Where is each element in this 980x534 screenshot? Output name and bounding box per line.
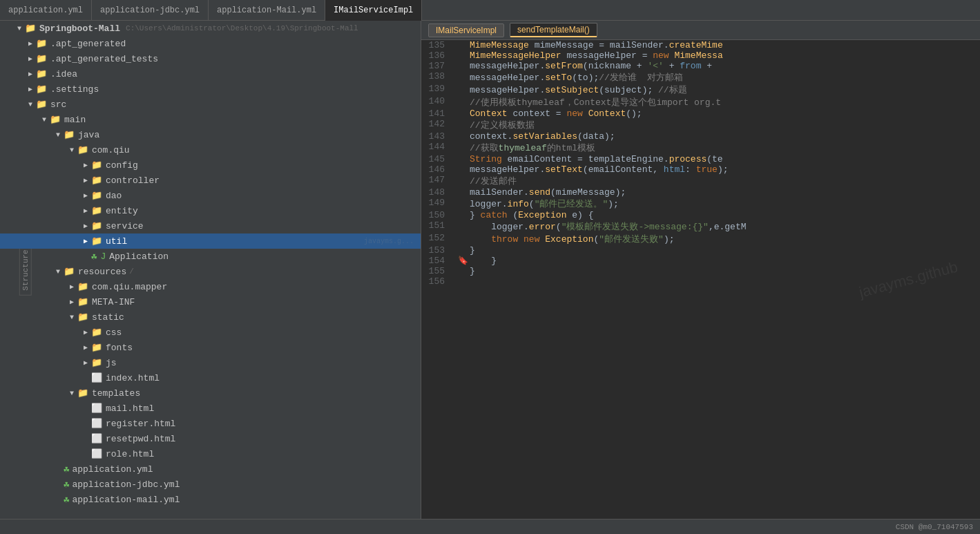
tree-item-templates[interactable]: ▼ 📁 templates [0, 385, 421, 401]
chevron-down-icon: ▼ [52, 268, 64, 276]
tree-item-js[interactable]: ▶ 📁 js [0, 355, 421, 370]
line-number: 152 [421, 233, 456, 245]
line-marker [456, 266, 470, 276]
tree-item-label: dao [106, 191, 122, 201]
line-number: 146 [421, 164, 456, 175]
tree-item-application-yml[interactable]: ☘ application.yml [0, 461, 421, 477]
line-number: 139 [421, 84, 456, 96]
folder-icon: 📁 [36, 84, 47, 95]
tree-item-apt-generated-tests[interactable]: ▶ 📁 .apt_generated_tests [0, 51, 421, 66]
line-marker [456, 50, 470, 61]
tree-item-role-html[interactable]: ⬜ role.html [0, 446, 421, 461]
tree-item-application-jdbc-yml[interactable]: ☘ application-jdbc.yml [0, 477, 421, 492]
tree-item-src[interactable]: ▼ 📁 src [0, 97, 421, 112]
code-line-145: 145 String emailContent = templateEngine… [421, 154, 980, 164]
top-tab-bar: application.yml application-jdbc.yml app… [0, 0, 980, 21]
tree-item-application-mail-yml[interactable]: ☘ application-mail.yml [0, 492, 421, 507]
tree-item-meta-inf[interactable]: ▶ 📁 META-INF [0, 294, 421, 309]
folder-icon: 📁 [64, 266, 75, 277]
code-content-area[interactable]: 135 MimeMessage mimeMessage = mailSender… [421, 40, 980, 519]
line-marker [456, 71, 470, 84]
line-code: String emailContent = templateEngine.pro… [470, 154, 980, 164]
resources-hint: / [129, 267, 134, 276]
code-line-143: 143 context.setVariables(data); [421, 131, 980, 142]
tree-item-idea[interactable]: ▶ 📁 .idea [0, 66, 421, 82]
tree-item-com-qiu-mapper[interactable]: ▶ 📁 com.qiu.mapper [0, 279, 421, 294]
code-line-147: 147 //发送邮件 [421, 175, 980, 187]
tree-item-fonts[interactable]: ▶ 📁 fonts [0, 340, 421, 355]
folder-icon: 📁 [91, 160, 102, 171]
html-file-icon: ⬜ [91, 433, 102, 444]
tree-item-register-html[interactable]: ⬜ register.html [0, 416, 421, 431]
tree-item-label: java [78, 130, 99, 140]
tree-item-com-qiu[interactable]: ▼ 📁 com.qiu [0, 142, 421, 158]
html-file-icon: ⬜ [91, 418, 102, 429]
tree-item-controller[interactable]: ▶ 📁 controller [0, 173, 421, 188]
method-btn-sendtemplatemail[interactable]: sendTemplateMail() [510, 23, 597, 37]
tree-item-label: META-INF [92, 297, 135, 307]
file-tree-sidebar: Structure ▼ 📁 Springboot-Mall C:\Users\A… [0, 21, 421, 519]
main-layout: Structure ▼ 📁 Springboot-Mall C:\Users\A… [0, 21, 980, 519]
folder-icon: 📁 [36, 53, 47, 64]
line-number: 151 [421, 220, 456, 233]
tree-item-label: main [64, 115, 86, 125]
tree-item-index-html[interactable]: ⬜ index.html [0, 370, 421, 385]
line-number: 149 [421, 198, 456, 210]
chevron-right-icon: ▶ [80, 176, 91, 184]
tab-imailserviceimpl[interactable]: IMailServiceImpl [325, 0, 422, 21]
line-number: 138 [421, 71, 456, 84]
tree-root[interactable]: ▼ 📁 Springboot-Mall C:\Users\Administrat… [0, 21, 421, 36]
tab-application-mail-yml[interactable]: application-Mail.yml [209, 0, 325, 21]
line-code: //使用模板thymeleaf，Context是导这个包import org.t [470, 96, 980, 108]
line-marker [456, 220, 470, 233]
tree-item-apt-generated[interactable]: ▶ 📁 .apt_generated [0, 36, 421, 51]
project-path: C:\Users\Administrator\Desktop\4.19\Spri… [126, 24, 358, 32]
tree-item-dao[interactable]: ▶ 📁 dao [0, 188, 421, 203]
tree-item-label: js [106, 358, 117, 368]
folder-icon: 📁 [91, 175, 102, 186]
tree-item-settings[interactable]: ▶ 📁 .settings [0, 82, 421, 97]
line-marker [456, 187, 470, 198]
tab-application-yml[interactable]: application.yml [0, 0, 92, 21]
chevron-right-icon: ▶ [80, 222, 91, 230]
folder-icon: 📁 [36, 38, 47, 49]
line-marker [456, 210, 470, 220]
tree-item-entity[interactable]: ▶ 📁 entity [0, 203, 421, 218]
tree-item-java[interactable]: ▼ 📁 java [0, 127, 421, 142]
chevron-right-icon: ▶ [25, 85, 36, 93]
tab-label: application-Mail.yml [217, 6, 316, 15]
tree-item-service[interactable]: ▶ 📁 service [0, 218, 421, 233]
chevron-right-icon: ▶ [25, 70, 36, 78]
chevron-down-icon: ▼ [66, 146, 77, 154]
tree-item-static[interactable]: ▼ 📁 static [0, 309, 421, 325]
tree-item-label: entity [106, 206, 138, 216]
method-btn-imailserviceimpl[interactable]: IMailServiceImpl [428, 23, 504, 37]
tree-item-label: application-mail.yml [72, 495, 180, 505]
tree-item-label: register.html [106, 419, 175, 429]
code-line-155: 155 } [421, 266, 980, 276]
line-marker [456, 84, 470, 96]
line-marker [456, 131, 470, 142]
tree-item-application[interactable]: ☘ J Application [0, 249, 421, 264]
tree-item-label: src [50, 99, 66, 110]
tree-item-label: config [106, 160, 138, 171]
tree-item-resources[interactable]: ▼ 📁 resources / [0, 264, 421, 279]
line-marker [456, 245, 470, 256]
chevron-right-icon: ▶ [66, 298, 77, 306]
tree-item-config[interactable]: ▶ 📁 config [0, 158, 421, 173]
line-code: messageHelper.setText(emailContent, html… [470, 164, 980, 175]
folder-icon: 📁 [91, 205, 102, 216]
chevron-icon: ▼ [14, 25, 25, 32]
tab-application-jdbc-yml[interactable]: application-jdbc.yml [92, 0, 209, 21]
tree-item-resetpwd-html[interactable]: ⬜ resetpwd.html [0, 431, 421, 446]
line-number: 148 [421, 187, 456, 198]
tree-item-mail-html[interactable]: ⬜ mail.html [0, 401, 421, 416]
code-line-154: 154 🔖 } [421, 256, 980, 266]
line-number: 154 [421, 256, 456, 266]
tree-item-util[interactable]: ▶ 📁 util javayms.g... [0, 233, 421, 249]
tree-item-main[interactable]: ▼ 📁 main [0, 112, 421, 127]
tree-item-label: role.html [106, 449, 154, 459]
tree-item-css[interactable]: ▶ 📁 css [0, 325, 421, 340]
code-line-148: 148 mailSender.send(mimeMessage); [421, 187, 980, 198]
chevron-right-icon: ▶ [25, 39, 36, 48]
